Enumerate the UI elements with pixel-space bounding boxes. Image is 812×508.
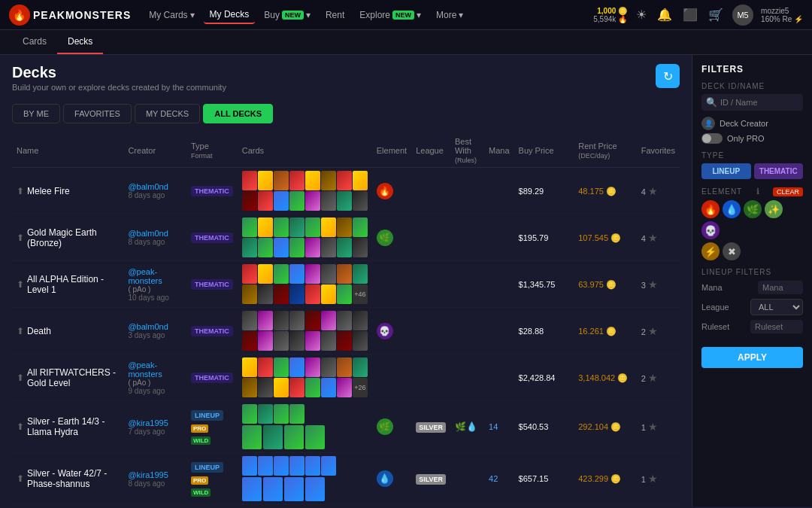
card-thumbnail [289, 456, 304, 476]
tab-cards[interactable]: Cards [12, 30, 57, 54]
share-icon[interactable]: ⬆ [17, 473, 24, 484]
element-death-btn[interactable]: 💀 [701, 221, 720, 239]
deck-name: All RIFTWATCHERS - Gold Level [27, 367, 119, 388]
card-thumbnail [274, 284, 289, 304]
cart-icon[interactable]: 🛒 [707, 6, 725, 23]
nav-buy[interactable]: Buy NEW ▾ [258, 7, 317, 23]
rent-price-value: 423.299 🪙 [578, 474, 621, 483]
card-thumbnail [305, 284, 320, 304]
card-thumbnail [305, 217, 320, 237]
card-thumbnail [274, 357, 289, 377]
table-row[interactable]: ⬆ Melee Fire @balm0nd8 days agoTHEMATIC🔥… [12, 168, 680, 214]
share-icon[interactable]: ⬆ [17, 233, 24, 243]
favorite-star-icon[interactable]: ★ [648, 372, 658, 384]
element-info-icon[interactable]: ℹ [756, 187, 759, 196]
card-thumbnail [274, 191, 289, 211]
card-thumbnail [242, 171, 257, 190]
sub-card-thumbnail [284, 425, 304, 449]
search-icon: 🔍 [706, 97, 717, 108]
share-icon[interactable]: ⬆ [17, 326, 24, 336]
type-thematic-btn[interactable]: THEMATIC [754, 163, 804, 179]
mana-input[interactable] [758, 281, 803, 294]
league-select[interactable]: ALL Bronze Silver Gold Diamond Champion [750, 299, 803, 315]
creator-name: @peak-monsters [128, 360, 182, 379]
table-row[interactable]: ⬆ Death @balm0nd3 days agoTHEMATIC💀$28.8… [12, 308, 680, 354]
creator-name: @kira1995 [128, 470, 182, 479]
rent-price-value: 16.261 🪙 [578, 327, 617, 336]
tab-my-decks[interactable]: MY DECKS [135, 104, 200, 123]
favorite-star-icon[interactable]: ★ [648, 232, 658, 244]
clear-element-btn[interactable]: CLEAR [773, 187, 803, 196]
deck-filter-tabs: BY ME FAVORITES MY DECKS ALL DECKS [12, 104, 680, 123]
table-row[interactable]: ⬆ All ALPHA Edition - Level 1 @peak-mons… [12, 261, 680, 308]
element-earth-btn[interactable]: 🌿 [744, 200, 762, 218]
element-dragon-btn[interactable]: ⚡ [701, 242, 720, 260]
card-thumbnail [353, 171, 368, 190]
share-icon[interactable]: ⬆ [17, 186, 24, 196]
card-thumbnail [274, 238, 289, 257]
notifications-icon[interactable]: 🔔 [656, 6, 674, 23]
ruleset-label: Ruleset [701, 322, 729, 331]
table-row[interactable]: ⬆ Silver - Earth 14/3 - Llama Hydra @kir… [12, 401, 680, 453]
refresh-button[interactable]: ↻ [656, 64, 680, 88]
favorites-count: 4 [641, 187, 646, 196]
favorite-star-icon[interactable]: ★ [648, 421, 658, 433]
favorite-star-icon[interactable]: ★ [648, 473, 658, 485]
apply-button[interactable]: APPLY [701, 347, 803, 368]
tab-favorites[interactable]: FAVORITES [63, 104, 132, 123]
tab-all-decks[interactable]: ALL DECKS [203, 104, 273, 123]
tab-by-me[interactable]: BY ME [12, 104, 60, 123]
only-pro-label: Only PRO [727, 134, 765, 143]
favorites-count: 1 [641, 475, 646, 484]
deck-name: Melee Fire [27, 186, 70, 196]
user-avatar[interactable]: M5 [732, 5, 753, 26]
table-row[interactable]: ⬆ Silver - Water 42/7 - Phase-shannus @k… [12, 453, 680, 505]
card-thumbnail [305, 311, 320, 330]
type-badge: THEMATIC [191, 373, 233, 383]
favorite-star-icon[interactable]: ★ [648, 278, 658, 291]
table-row[interactable]: ⬆ Gold Magic Earth (Bronze) @balm0nd8 da… [12, 214, 680, 261]
toggle-bar[interactable] [701, 133, 723, 144]
sub-card-thumbnail [242, 425, 262, 449]
card-thumbnail [242, 404, 257, 424]
type-lineup-btn[interactable]: LINEUP [701, 163, 751, 179]
col-buy-price: Buy Price [514, 134, 574, 168]
share-icon[interactable]: ⬆ [17, 279, 24, 290]
element-water-btn[interactable]: 💧 [723, 200, 741, 218]
username-display: mozzie5 160% Re ⚡ [761, 7, 803, 23]
tab-decks[interactable]: Decks [57, 30, 103, 54]
share-icon[interactable]: ⬆ [17, 373, 24, 383]
deck-name: All ALPHA Edition - Level 1 [27, 274, 119, 295]
app-logo[interactable]: 🔥 PEAKMONSTERS [9, 5, 131, 26]
card-thumbnail [337, 171, 352, 190]
card-thumbnail [337, 238, 352, 257]
navbar: 🔥 PEAKMONSTERS My Cards ▾ My Decks Buy N… [0, 0, 812, 30]
ruleset-input[interactable] [750, 320, 803, 333]
layers-icon[interactable]: ⬛ [681, 6, 699, 23]
element-filter-row: ELEMENT ℹ CLEAR [701, 187, 803, 196]
element-neutral-btn[interactable]: ✖ [723, 242, 741, 260]
type-badge: THEMATIC [191, 233, 233, 243]
nav-my-decks[interactable]: My Decks [204, 6, 256, 24]
card-thumbnail [305, 171, 320, 190]
table-row[interactable]: ⬆ All RIFTWATCHERS - Gold Level @peak-mo… [12, 354, 680, 401]
element-icon: 🌿 [377, 418, 393, 435]
element-icons-row2: ⚡ ✖ [701, 242, 803, 260]
card-thumbnail [305, 378, 320, 397]
element-fire-btn[interactable]: 🔥 [701, 200, 720, 218]
card-thumbnail [258, 357, 273, 377]
nav-more[interactable]: More ▾ [430, 7, 469, 23]
deck-id-input[interactable] [720, 98, 798, 107]
card-thumbnail [274, 378, 289, 397]
table-row[interactable]: ⬆ Silver - Death 13/7 - Witherstorm (Myl… [12, 505, 680, 507]
only-pro-toggle[interactable]: Only PRO [701, 133, 803, 144]
nav-rent[interactable]: Rent [320, 7, 350, 23]
share-icon[interactable]: ⬆ [17, 421, 24, 432]
nav-explore[interactable]: Explore NEW ▾ [353, 7, 427, 23]
element-life-btn[interactable]: ✨ [765, 200, 783, 218]
card-thumbnail [289, 171, 304, 190]
nav-my-cards[interactable]: My Cards ▾ [143, 7, 200, 23]
favorite-star-icon[interactable]: ★ [648, 185, 658, 197]
favorite-star-icon[interactable]: ★ [648, 325, 658, 337]
theme-toggle-icon[interactable]: ☀ [635, 6, 648, 23]
